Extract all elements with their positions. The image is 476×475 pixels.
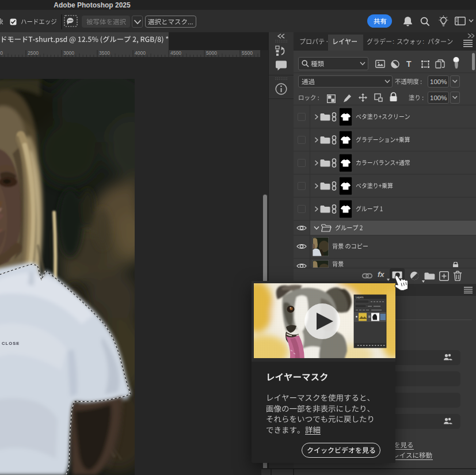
svg-text:CLOSE: CLOSE [2,341,20,346]
svg-text:Layers: Layers [356,296,364,299]
